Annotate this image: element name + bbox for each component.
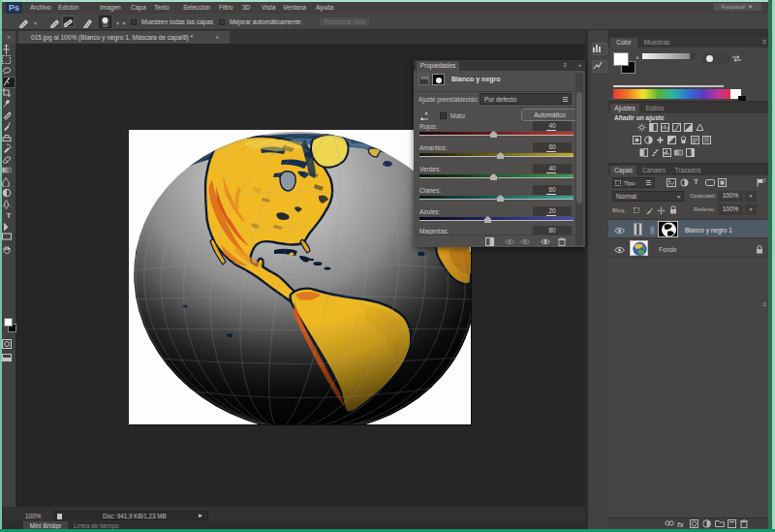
svg-text:fx: fx [677,520,684,529]
svg-text:13: 13 [103,23,108,28]
